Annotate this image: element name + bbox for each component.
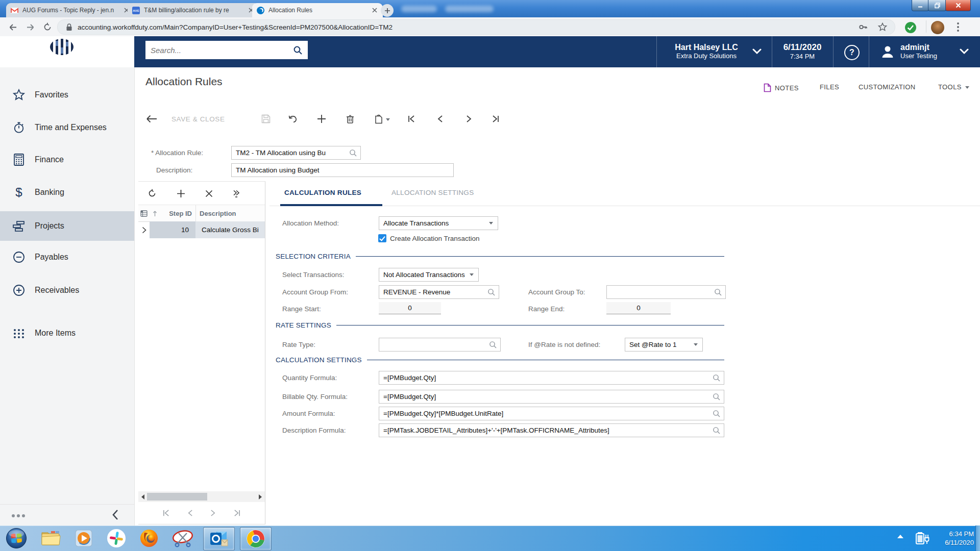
tab-allocation-settings[interactable]: ALLOCATION SETTINGS [391, 189, 474, 196]
business-date[interactable]: 6/11/2020 7:34 PM [772, 36, 833, 67]
start-button[interactable] [4, 527, 29, 549]
grid-settings-icon[interactable] [138, 210, 150, 217]
notes-button[interactable]: NOTES [764, 83, 799, 92]
grid-refresh-button[interactable] [144, 187, 160, 200]
address-bar[interactable]: accounting.workoffduty.com/Main?CompanyI… [57, 19, 895, 35]
taskbar-slack-button[interactable] [103, 527, 130, 549]
grid-delete-row-button[interactable] [201, 187, 216, 200]
browser-forward-button[interactable] [23, 20, 37, 34]
tab-close-icon[interactable] [370, 6, 379, 15]
go-previous-button[interactable] [431, 111, 449, 127]
pager-last-icon[interactable] [233, 509, 241, 517]
billable-qty-formula-field[interactable]: =[PMBudget.Qty] [379, 390, 724, 404]
help-button[interactable]: ? [833, 36, 869, 67]
scrollbar-thumb[interactable] [147, 493, 207, 500]
grid-add-row-button[interactable] [173, 187, 188, 200]
pager-previous-icon[interactable] [187, 509, 193, 517]
grid-horizontal-scrollbar[interactable] [138, 491, 265, 502]
collapse-sidebar-icon[interactable] [111, 509, 119, 521]
taskbar-clock[interactable]: 6:34 PM 6/11/2020 [933, 530, 974, 547]
browser-back-button[interactable] [6, 20, 19, 34]
taskbar-explorer-button[interactable] [38, 527, 64, 549]
browser-refresh-button[interactable] [41, 20, 54, 34]
go-last-button[interactable] [487, 111, 504, 127]
lookup-icon[interactable] [714, 288, 722, 296]
lookup-icon[interactable] [713, 393, 721, 401]
pager-next-icon[interactable] [210, 509, 216, 517]
scroll-left-icon[interactable] [141, 494, 144, 499]
save-button[interactable] [257, 111, 275, 127]
new-tab-button[interactable] [381, 4, 394, 17]
cell-step-id[interactable]: 10 [160, 221, 195, 238]
grid-column-description[interactable]: Description [195, 205, 265, 221]
delete-button[interactable] [341, 111, 359, 127]
allocation-method-dropdown[interactable]: Allocate Transactions [379, 216, 498, 230]
sidebar-item-finance[interactable]: Finance [0, 146, 134, 173]
lookup-icon[interactable] [349, 149, 357, 157]
range-start-field[interactable]: 0 [379, 302, 441, 314]
go-next-button[interactable] [460, 111, 478, 127]
extension-check-icon[interactable] [904, 21, 917, 34]
scroll-right-icon[interactable] [259, 494, 262, 499]
tab-calculation-rules[interactable]: CALCULATION RULES [284, 189, 361, 196]
browser-menu-icon[interactable] [953, 21, 963, 33]
tray-battery-icon[interactable] [915, 531, 930, 545]
show-desktop-button[interactable] [975, 525, 980, 551]
window-close-button[interactable] [945, 0, 971, 11]
sidebar-item-time-and-expenses[interactable]: Time and Expenses [0, 114, 134, 141]
description-formula-field[interactable]: =[PMTask.JOBDETAIL_Attributes]+'-'+[PMTa… [379, 423, 724, 437]
user-menu[interactable]: adminjt User Testing [869, 36, 980, 67]
undo-button[interactable] [284, 111, 302, 127]
search-input[interactable] [145, 46, 293, 55]
company-selector[interactable]: Hart Halsey LLC Extra Duty Solutions [656, 36, 772, 67]
quantity-formula-field[interactable]: =[PMBudget.Qty] [379, 371, 724, 385]
if-rate-not-defined-dropdown[interactable]: Set @Rate to 1 [625, 338, 703, 352]
select-transactions-dropdown[interactable]: Not Allocated Transactions [379, 268, 479, 282]
lookup-icon[interactable] [713, 410, 721, 418]
cell-description[interactable]: Calculate Gross Bi [195, 221, 265, 238]
ellipsis-menu-icon[interactable] [11, 514, 26, 518]
tools-button[interactable]: TOOLS [938, 83, 969, 91]
rate-type-field[interactable] [379, 338, 501, 352]
checkbox-checked-icon[interactable] [378, 234, 386, 242]
browser-profile-avatar[interactable] [931, 21, 944, 34]
taskbar-outlook-button[interactable] [203, 527, 235, 550]
files-button[interactable]: FILES [820, 83, 839, 91]
bookmark-star-icon[interactable] [877, 22, 888, 32]
browser-tab-2[interactable]: AUG T&M billing/allocation rule by re [128, 3, 259, 17]
pager-first-icon[interactable] [162, 509, 170, 517]
grid-load-records-button[interactable] [229, 187, 244, 200]
lookup-icon[interactable] [489, 341, 497, 349]
lookup-icon[interactable] [713, 374, 721, 382]
sidebar-item-more-items[interactable]: More Items [0, 320, 134, 346]
amount-formula-field[interactable]: =[PMBudget.Qty]*[PMBudget.UnitRate] [379, 407, 724, 420]
taskbar-media-player-button[interactable] [70, 527, 97, 549]
sort-order-icon[interactable] [150, 210, 160, 217]
window-minimize-button[interactable] [912, 0, 929, 11]
copy-paste-button[interactable] [370, 111, 395, 127]
cancel-back-button[interactable] [143, 111, 160, 127]
window-restore-button[interactable] [928, 0, 946, 11]
save-and-close-button[interactable]: SAVE & CLOSE [172, 111, 225, 127]
lookup-icon[interactable] [487, 288, 496, 296]
account-group-from-field[interactable]: REVENUE - Revenue [379, 285, 499, 299]
browser-tab-active[interactable]: Allocation Rules [252, 3, 383, 17]
add-new-button[interactable] [313, 111, 330, 127]
go-first-button[interactable] [403, 111, 420, 127]
sidebar-item-payables[interactable]: Payables [0, 244, 134, 270]
description-field[interactable]: TM Allocation using Budget [231, 163, 454, 177]
sidebar-item-projects[interactable]: Projects [0, 211, 134, 241]
browser-tab-1[interactable]: AUG Forums - Topic Reply - jen.n [6, 3, 135, 17]
range-end-field[interactable]: 0 [606, 302, 671, 314]
account-group-to-field[interactable] [606, 285, 726, 299]
sidebar-item-favorites[interactable]: Favorites [0, 82, 134, 108]
sidebar-item-banking[interactable]: $ Banking [0, 179, 134, 206]
global-search[interactable] [145, 41, 308, 59]
password-key-icon[interactable] [858, 22, 868, 32]
sidebar-item-receivables[interactable]: Receivables [0, 277, 134, 304]
create-allocation-checkbox-row[interactable]: Create Allocation Transaction [378, 234, 480, 242]
taskbar-chrome-button[interactable] [240, 527, 272, 550]
taskbar-snipping-tool-button[interactable] [168, 527, 197, 549]
lookup-icon[interactable] [713, 427, 721, 435]
taskbar-firefox-button[interactable] [136, 527, 162, 549]
